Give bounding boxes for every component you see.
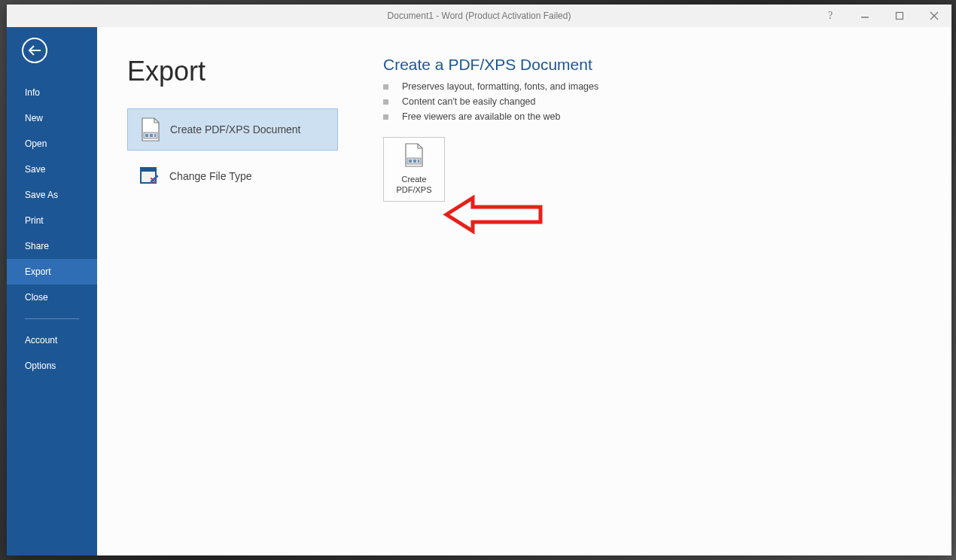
sidebar-item-account[interactable]: Account xyxy=(7,327,97,353)
svg-rect-10 xyxy=(141,168,156,172)
sidebar-item-options[interactable]: Options xyxy=(7,353,97,379)
section-heading: Create a PDF/XPS Document xyxy=(383,56,921,74)
main-content: Export Create PDF/XPS Document xyxy=(97,27,951,555)
create-btn-line1: Create xyxy=(401,175,426,185)
option-label: Change File Type xyxy=(169,170,251,182)
word-backstage-window: Document1 - Word (Product Activation Fai… xyxy=(7,5,951,555)
annotation-arrow xyxy=(443,192,548,240)
bullet-text: Preserves layout, formatting, fonts, and… xyxy=(402,81,598,92)
sidebar-item-print[interactable]: Print xyxy=(7,208,97,233)
create-btn-line2: PDF/XPS xyxy=(396,185,431,196)
titlebar: Document1 - Word (Product Activation Fai… xyxy=(7,5,951,27)
change-filetype-icon xyxy=(135,165,165,187)
sidebar-item-info[interactable]: Info xyxy=(7,80,97,105)
bullet-square-icon xyxy=(383,114,388,120)
svg-rect-12 xyxy=(409,160,412,163)
option-label: Create PDF/XPS Document xyxy=(170,123,301,135)
page-title: Export xyxy=(127,56,368,87)
option-create-pdf-xps[interactable]: Create PDF/XPS Document xyxy=(127,108,338,151)
create-pdf-icon xyxy=(403,143,425,170)
sidebar-item-close[interactable]: Close xyxy=(7,285,97,310)
bullet-square-icon xyxy=(383,99,388,105)
sidebar-item-save[interactable]: Save xyxy=(7,157,97,182)
option-change-file-type[interactable]: Change File Type xyxy=(127,155,338,197)
svg-rect-1 xyxy=(897,13,903,20)
pdf-document-icon xyxy=(135,117,166,142)
back-button[interactable] xyxy=(22,38,47,63)
bullet-text: Content can't be easily changed xyxy=(402,96,536,107)
bullet-item: Preserves layout, formatting, fonts, and… xyxy=(383,81,921,92)
svg-rect-6 xyxy=(145,134,148,137)
help-button[interactable]: ? xyxy=(813,5,848,27)
bullet-item: Content can't be easily changed xyxy=(383,96,921,107)
sidebar-item-saveas[interactable]: Save As xyxy=(7,182,97,208)
maximize-button[interactable] xyxy=(882,5,917,27)
svg-rect-14 xyxy=(418,160,419,163)
svg-rect-8 xyxy=(154,134,156,137)
create-pdf-xps-button[interactable]: Create PDF/XPS xyxy=(383,137,445,202)
close-button[interactable] xyxy=(917,5,951,27)
bullet-item: Free viewers are available on the web xyxy=(383,111,921,122)
sidebar-item-share[interactable]: Share xyxy=(7,233,97,259)
sidebar-item-open[interactable]: Open xyxy=(7,131,97,157)
sidebar-item-export[interactable]: Export xyxy=(7,259,97,285)
minimize-button[interactable] xyxy=(848,5,882,27)
bullet-text: Free viewers are available on the web xyxy=(402,111,561,122)
svg-rect-13 xyxy=(413,160,416,163)
backstage-sidebar: Info New Open Save Save As Print Share E… xyxy=(7,27,97,555)
sidebar-item-new[interactable]: New xyxy=(7,105,97,131)
svg-rect-7 xyxy=(150,134,153,137)
window-title: Document1 - Word (Product Activation Fai… xyxy=(388,11,571,21)
bullet-square-icon xyxy=(383,84,388,90)
sidebar-divider xyxy=(25,318,79,319)
